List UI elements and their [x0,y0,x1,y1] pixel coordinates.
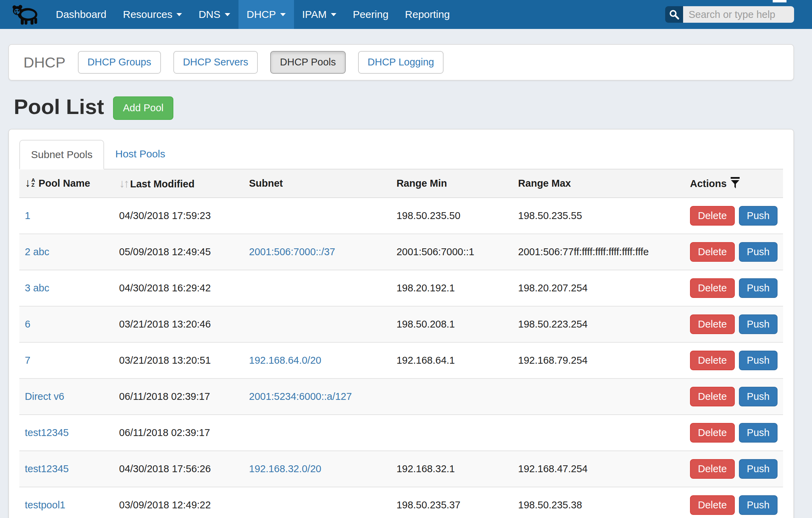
tab-host-pools[interactable]: Host Pools [104,140,176,169]
nav-item-label: Resources [123,9,172,20]
push-button[interactable]: Push [739,242,778,262]
delete-button[interactable]: Delete [690,206,735,226]
chevron-down-icon [331,13,336,16]
pool-name-link[interactable]: 2 abc [25,246,49,257]
search-input[interactable] [683,6,794,23]
col-actions: Actions [684,169,783,198]
pool-name-link[interactable]: Direct v6 [25,391,64,402]
dhcp-groups-button[interactable]: DHCP Groups [78,51,161,74]
range-min-cell: 198.20.192.1 [391,270,512,306]
col-last-modified[interactable]: ↓↑Last Modified [114,169,244,198]
top-navbar: DashboardResourcesDNSDHCPIPAMPeeringRepo… [0,0,812,29]
push-button[interactable]: Push [739,495,778,515]
actions-cell: DeletePush [684,234,783,270]
subnet-cell: 192.168.32.0/20 [244,451,391,487]
pool-name-cell: 3 abc [19,270,114,306]
col-subnet-label: Subnet [249,178,283,189]
delete-button[interactable]: Delete [690,314,735,334]
nav-item-dns[interactable]: DNS [190,0,238,29]
nav-item-label: Reporting [405,9,450,20]
table-row: Direct v606/11/2018 02:39:172001:5234:60… [19,379,783,415]
pool-name-cell: test12345 [19,415,114,451]
col-subnet: Subnet [244,169,391,198]
dhcp-subnav-panel: DHCP DHCP GroupsDHCP ServersDHCP PoolsDH… [8,44,794,81]
push-button[interactable]: Push [739,387,778,406]
subnet-link[interactable]: 2001:506:7000::/37 [249,246,335,257]
col-range-min: Range Min [391,169,512,198]
nav-item-resources[interactable]: Resources [115,0,190,29]
delete-button[interactable]: Delete [690,387,735,406]
table-row: test1234504/30/2018 17:56:26192.168.32.0… [19,451,783,487]
nav-item-dhcp[interactable]: DHCP [238,0,294,29]
actions-cell: DeletePush [684,306,783,342]
dhcp-servers-button[interactable]: DHCP Servers [173,51,258,74]
pool-name-link[interactable]: test12345 [25,463,69,474]
pool-name-link[interactable]: testpool1 [25,499,65,510]
subnet-link[interactable]: 192.168.32.0/20 [249,463,322,474]
table-row: testpool103/09/2018 12:49:22198.50.235.3… [19,487,783,518]
nav-item-peering[interactable]: Peering [345,0,397,29]
range-max-cell: 2001:506:77ff:ffff:ffff:ffff:ffff:fffe [512,234,684,270]
sort-icon: ↓↑ [119,177,128,190]
dhcp-subnav-buttons: DHCP GroupsDHCP ServersDHCP PoolsDHCP Lo… [78,51,444,74]
subnet-link[interactable]: 192.168.64.0/20 [249,355,322,366]
search-button[interactable] [665,6,683,23]
push-button[interactable]: Push [739,206,778,226]
nav-item-label: DNS [199,9,220,20]
range-min-cell: 198.50.235.37 [391,487,512,518]
push-button[interactable]: Push [739,423,778,443]
dhcp-pools-button[interactable]: DHCP Pools [270,51,345,74]
nav-item-dashboard[interactable]: Dashboard [48,0,115,29]
nav-item-label: Peering [353,9,388,20]
col-range-max: Range Max [512,169,684,198]
add-pool-button[interactable]: Add Pool [113,96,174,120]
range-max-cell: 198.50.235.38 [512,487,684,518]
table-row: test1234506/11/2018 02:39:17DeletePush [19,415,783,451]
push-button[interactable]: Push [739,278,778,298]
delete-button[interactable]: Delete [690,495,735,515]
delete-button[interactable]: Delete [690,423,735,443]
page-title: Pool List [14,94,104,119]
pool-name-cell: 7 [19,342,114,379]
filter-icon[interactable] [731,177,740,188]
tab-subnet-pools[interactable]: Subnet Pools [19,140,104,169]
panda-logo-icon [11,4,39,25]
sort-alpha-asc-icon: ↓AZ [25,177,35,188]
last-modified-cell: 04/30/2018 17:59:23 [114,198,244,234]
col-actions-label: Actions [690,178,727,189]
pool-name-link[interactable]: test12345 [25,427,69,438]
col-range-min-label: Range Min [396,178,447,189]
push-button[interactable]: Push [739,459,778,479]
pool-name-cell: 6 [19,306,114,342]
subnet-cell [244,306,391,342]
pool-name-link[interactable]: 7 [25,355,30,366]
delete-button[interactable]: Delete [690,459,735,479]
section-title: DHCP [23,54,65,71]
nav-item-ipam[interactable]: IPAM [294,0,345,29]
last-modified-cell: 03/09/2018 12:49:22 [114,487,244,518]
nav-item-reporting[interactable]: Reporting [397,0,458,29]
pool-name-link[interactable]: 1 [25,210,30,221]
pool-name-link[interactable]: 6 [25,319,30,330]
subnet-link[interactable]: 2001:5234:6000::a/127 [249,391,352,402]
last-modified-cell: 06/11/2018 02:39:17 [114,415,244,451]
subnet-cell [244,270,391,306]
app-logo[interactable] [0,0,48,29]
delete-button[interactable]: Delete [690,278,735,298]
delete-button[interactable]: Delete [690,351,735,370]
nav-item-label: Dashboard [56,9,106,20]
range-min-cell: 192.168.64.1 [391,342,512,379]
range-max-cell [512,415,684,451]
push-button[interactable]: Push [739,351,778,370]
delete-button[interactable]: Delete [690,242,735,262]
subnet-cell [244,487,391,518]
subnet-cell: 192.168.64.0/20 [244,342,391,379]
col-pool-name[interactable]: ↓AZPool Name [19,169,114,198]
push-button[interactable]: Push [739,314,778,334]
last-modified-cell: 04/30/2018 16:29:42 [114,270,244,306]
pool-name-cell: testpool1 [19,487,114,518]
range-min-cell [391,415,512,451]
actions-cell: DeletePush [684,379,783,415]
pool-name-link[interactable]: 3 abc [25,282,49,293]
dhcp-logging-button[interactable]: DHCP Logging [358,51,444,74]
